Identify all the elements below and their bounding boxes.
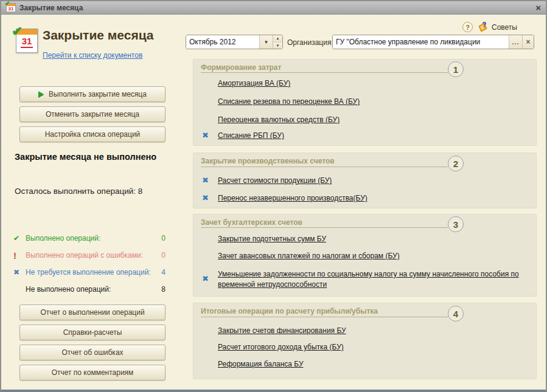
counter-not-required: ✖ Не требуется выполнение операций: 4: [13, 266, 165, 278]
not-required-icon: ✖: [202, 131, 209, 140]
organization-label: Организация:: [287, 38, 333, 47]
not-required-icon: ✖: [202, 274, 209, 283]
organization-clear-icon[interactable]: ×: [522, 35, 534, 49]
help-icon[interactable]: ?: [462, 22, 473, 32]
counter-errors-value: 0: [161, 251, 165, 260]
status-title: Закрытие месяца не выполнено: [15, 151, 158, 163]
section-production-accounts: Закрытие производственных счетов 2 ✖ Рас…: [193, 153, 537, 208]
titlebar: 31 ✔ Закрытие месяца ×: [1, 1, 546, 15]
operation-link[interactable]: Зачет авансовых платежей по налогам и сб…: [218, 251, 400, 261]
counter-not-required-value: 4: [161, 268, 165, 277]
operations-setup-button[interactable]: Настройка списка операций: [19, 126, 165, 142]
section-title: Зачет бухгалтерских счетов: [201, 218, 307, 227]
operation-link[interactable]: Амортизация ВА (БУ): [218, 78, 290, 89]
tips-label: Советы: [492, 23, 517, 32]
not-required-icon: ✖: [202, 176, 209, 185]
operation-link[interactable]: Реформация баланса БУ: [218, 359, 304, 370]
operation-link[interactable]: Списание резерва по переоценке ВА (БУ): [218, 97, 360, 107]
section-divider: [201, 227, 448, 228]
operation-link[interactable]: Уменьшение задолженности по социальному …: [218, 269, 529, 290]
section-accounting-offset: Зачет бухгалтерских счетов 3 Закрытие по…: [193, 214, 537, 297]
section-divider: [201, 167, 448, 167]
run-closing-button[interactable]: Выполнить закрытие месяца: [19, 86, 165, 102]
period-input[interactable]: [186, 35, 259, 49]
not-required-icon: ✖: [202, 193, 209, 202]
page-title: Закрытие месяца: [43, 28, 154, 43]
tips-button[interactable]: ? Советы: [478, 21, 517, 33]
comments-report-button[interactable]: Отчет по комментариям: [19, 365, 165, 380]
period-selector: ▼ ▲ ▼: [186, 35, 283, 49]
organization-field: ... ×: [332, 35, 534, 49]
spin-up-icon[interactable]: ▲: [273, 35, 282, 42]
calendar-icon: 31 ✔: [6, 3, 16, 12]
section-number-badge: 4: [448, 306, 464, 322]
operation-link[interactable]: Закрытие счетов финансирования БУ: [218, 326, 346, 336]
operation-link[interactable]: Расчет стоимости продукции (БУ): [218, 176, 332, 186]
execution-report-button[interactable]: Отчет о выполнении операций: [19, 304, 165, 320]
svg-text:?: ?: [482, 21, 486, 29]
period-spinner[interactable]: ▲ ▼: [273, 35, 282, 49]
section-number-badge: 3: [448, 216, 464, 232]
section-cost-formation: Формирование затрат 1 Амортизация ВА (БУ…: [193, 59, 537, 146]
section-title: Закрытие производственных счетов: [201, 157, 340, 165]
check-icon: ✔: [13, 234, 26, 242]
calculations-report-button[interactable]: Справки-расчеты: [19, 325, 165, 340]
operation-link[interactable]: Закрытие подотчетных сумм БУ: [218, 234, 326, 244]
window-title: Закрытие месяца: [19, 4, 83, 12]
period-dropdown-icon[interactable]: ▼: [259, 35, 273, 49]
operation-link[interactable]: Списание РБП (БУ): [218, 131, 284, 141]
section-title: Формирование затрат: [201, 63, 286, 72]
counter-done-value: 0: [161, 234, 165, 242]
section-divider: [201, 317, 448, 317]
operation-link[interactable]: Расчет итогового дохода убытка (БУ): [218, 342, 344, 352]
section-divider: [201, 72, 448, 73]
counter-not-done: Не выполнено операций: 8: [13, 283, 165, 295]
counter-not-done-value: 8: [161, 285, 165, 294]
counter-errors: ! Выполнено операций с ошибками: 0: [13, 249, 165, 261]
remaining-operations-text: Осталось выполнить операций: 8: [15, 185, 144, 198]
month-closing-window: 31 ✔ Закрытие месяца × 31 ✔ Закрытие мес…: [0, 0, 547, 392]
operation-link[interactable]: Перенос незавершенного производства(БУ): [218, 193, 368, 204]
organization-input[interactable]: [333, 35, 509, 49]
section-number-badge: 2: [448, 156, 464, 171]
organization-more-button[interactable]: ...: [509, 35, 522, 49]
section-profit-loss: Итоговые операции по расчету прибыли/убы…: [193, 303, 537, 379]
section-title: Итоговые операции по расчету прибыли/убы…: [201, 307, 383, 315]
calendar-icon-large: 31 ✔: [16, 29, 38, 53]
operation-link[interactable]: Переоценка валютных средств (БУ): [218, 115, 340, 125]
counter-done: ✔ Выполнено операций: 0: [13, 232, 165, 244]
errors-report-button[interactable]: Отчет об ошибках: [19, 345, 165, 360]
spin-down-icon[interactable]: ▼: [273, 42, 282, 49]
go-to-documents-link[interactable]: Перейти к списку документов: [43, 51, 142, 60]
exclamation-icon: !: [13, 250, 26, 261]
x-icon: ✖: [13, 268, 26, 277]
section-number-badge: 1: [448, 61, 464, 77]
cancel-closing-button[interactable]: Отменить закрытие месяца: [19, 106, 165, 122]
close-icon[interactable]: ×: [535, 3, 541, 12]
play-icon: [38, 91, 44, 97]
tips-note-icon: ?: [478, 21, 489, 33]
